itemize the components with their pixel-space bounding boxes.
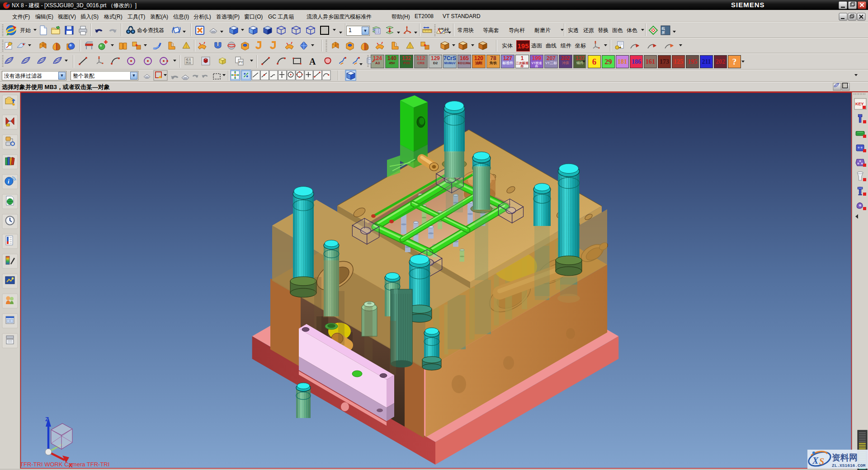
svg-text:TFR-TRI WORK Camera TFR-TRI: TFR-TRI WORK Camera TFR-TRI [20, 461, 109, 468]
svg-text:Z: Z [45, 416, 49, 423]
